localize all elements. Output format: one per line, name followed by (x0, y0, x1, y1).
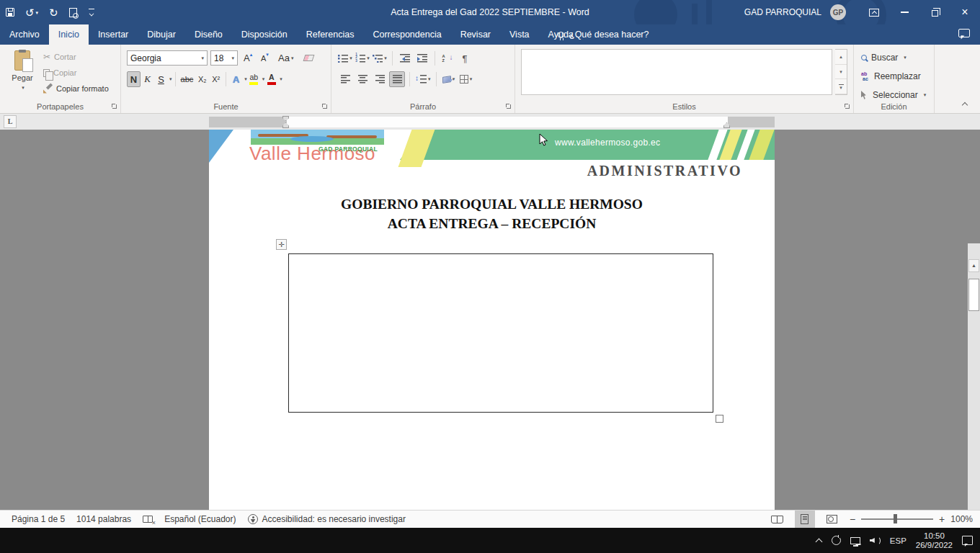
tell-me-search[interactable]: ¿Qué desea hacer? (548, 24, 649, 45)
format-painter-button[interactable]: Copiar formato (43, 82, 109, 95)
styles-scroll-down-icon[interactable]: ▾ (835, 65, 847, 80)
scroll-up-icon[interactable]: ▲ (968, 259, 979, 272)
zoom-slider[interactable] (861, 518, 933, 519)
line-spacing-button[interactable]: ▾ (414, 71, 432, 87)
redo-icon[interactable]: ↻ (49, 7, 58, 18)
underline-button[interactable]: S (154, 71, 168, 87)
text-effects-button[interactable]: A (229, 71, 243, 87)
restore-button[interactable] (919, 0, 950, 24)
customize-qat-icon[interactable] (88, 9, 95, 16)
table-move-handle[interactable]: ✛ (276, 239, 287, 250)
page-indicator[interactable]: Página 1 de 5 (12, 514, 65, 524)
font-color-button[interactable]: A (264, 71, 278, 87)
paragraph-dialog-launcher[interactable] (505, 103, 512, 110)
borders-button[interactable]: ▾ (458, 71, 474, 87)
undo-icon[interactable]: ↺▾ (25, 7, 38, 18)
feedback-icon[interactable] (958, 29, 970, 37)
ribbon-tab[interactable]: Insertar (89, 24, 138, 45)
accessibility-status[interactable]: Accesibilidad: es necesario investigar (248, 514, 406, 524)
web-layout-button[interactable] (822, 511, 842, 528)
align-right-button[interactable] (372, 71, 388, 87)
shading-button[interactable]: ▾ (441, 71, 457, 87)
font-name-combo[interactable]: Georgia▾ (127, 50, 208, 66)
account-name[interactable]: GAD PARROQUIAL (744, 7, 821, 17)
ribbon-tab[interactable]: Correspondencia (363, 24, 450, 45)
decrease-indent-button[interactable] (397, 50, 413, 66)
document-page[interactable]: Valle Hermoso GAD PARROQUIAL www.vallehe… (209, 130, 775, 510)
save-icon[interactable] (6, 8, 14, 17)
table-resize-handle[interactable] (716, 415, 723, 423)
increase-indent-button[interactable] (414, 50, 430, 66)
underline-dropdown-icon[interactable]: ▾ (169, 76, 172, 82)
numbering-button[interactable]: ▾ (355, 50, 370, 66)
paste-button[interactable]: Pegar ▾ (6, 49, 39, 107)
bullets-button[interactable]: ▾ (337, 50, 353, 66)
show-marks-button[interactable]: ¶ (457, 50, 473, 66)
subscript-button[interactable]: X₂ (195, 71, 209, 87)
clear-formatting-button[interactable] (304, 50, 313, 66)
superscript-button[interactable]: X² (209, 71, 223, 87)
ribbon-tab[interactable]: Referencias (297, 24, 364, 45)
tray-expand-icon[interactable] (816, 538, 822, 544)
styles-more-icon[interactable]: ▾ (835, 79, 847, 94)
ribbon-tab[interactable]: Diseño (185, 24, 232, 45)
shrink-font-button[interactable]: A (261, 50, 269, 66)
sort-button[interactable] (440, 50, 455, 66)
horizontal-ruler[interactable] (209, 117, 775, 127)
scrollbar-thumb[interactable] (968, 279, 979, 311)
zoom-out-icon[interactable]: − (850, 513, 855, 525)
strikethrough-button[interactable]: abc (179, 71, 196, 87)
proofing-icon (143, 516, 153, 523)
ribbon-tab[interactable]: Revisar (451, 24, 500, 45)
tab-stop-selector[interactable]: L (4, 115, 17, 128)
ribbon-display-options-button[interactable] (859, 0, 889, 24)
grow-font-button[interactable]: A (244, 50, 252, 66)
text-highlight-button[interactable]: ab (247, 71, 261, 87)
word-count[interactable]: 1014 palabras (76, 514, 131, 524)
cut-button[interactable]: ✂ Cortar (43, 50, 76, 63)
close-button[interactable]: × (950, 0, 980, 24)
change-case-button[interactable]: Aa▾ (278, 50, 293, 66)
print-preview-icon[interactable] (69, 8, 77, 17)
tray-sync-icon[interactable] (832, 536, 841, 545)
clock[interactable]: 10:50 26/9/2022 (916, 531, 953, 550)
ribbon-tab[interactable]: Archivo (0, 24, 49, 45)
font-dialog-launcher[interactable] (321, 103, 329, 110)
font-size-combo[interactable]: 18▾ (210, 50, 238, 66)
avatar[interactable]: GP (830, 4, 846, 20)
collapse-ribbon-icon[interactable] (962, 101, 968, 107)
ribbon-tab[interactable]: Inicio (49, 24, 89, 45)
network-icon[interactable] (850, 537, 860, 544)
find-button[interactable]: Buscar▾ (861, 50, 906, 65)
zoom-level[interactable]: 100% (950, 514, 973, 524)
select-button[interactable]: Seleccionar▾ (861, 88, 926, 102)
volume-icon[interactable] (870, 536, 881, 545)
multilevel-list-button[interactable]: ▾ (372, 50, 388, 66)
styles-dialog-launcher[interactable] (844, 103, 851, 110)
copy-button[interactable]: Copiar (43, 66, 76, 79)
read-mode-button[interactable] (767, 511, 788, 528)
vertical-scrollbar[interactable]: ▲ ▼ (968, 243, 980, 553)
justify-button[interactable] (389, 71, 405, 87)
ribbon-tab[interactable]: Dibujar (138, 24, 185, 45)
align-left-button[interactable] (337, 71, 353, 87)
language-indicator[interactable]: Español (Ecuador) (164, 514, 236, 524)
italic-button[interactable]: K (141, 71, 154, 87)
zoom-slider-thumb[interactable] (894, 514, 897, 523)
clipboard-dialog-launcher[interactable] (111, 103, 118, 110)
ribbon-tab[interactable]: Vista (500, 24, 539, 45)
keyboard-language[interactable]: ESP (890, 536, 906, 545)
action-center-icon[interactable] (962, 536, 973, 545)
styles-scroll-up-icon[interactable]: ▴ (835, 50, 847, 65)
ribbon-tab[interactable]: Disposición (232, 24, 297, 45)
zoom-in-icon[interactable]: + (939, 513, 945, 525)
replace-button[interactable]: Reemplazar (861, 69, 921, 84)
minimize-button[interactable] (889, 0, 919, 24)
instructions-table[interactable] (288, 253, 713, 413)
align-center-button[interactable] (355, 71, 370, 87)
font-color-dropdown-icon[interactable]: ▾ (280, 76, 282, 82)
bold-button[interactable]: N (127, 71, 141, 87)
paste-dropdown-icon[interactable]: ▾ (22, 85, 24, 91)
print-layout-button[interactable] (795, 511, 815, 528)
proofing-status[interactable] (143, 516, 153, 523)
